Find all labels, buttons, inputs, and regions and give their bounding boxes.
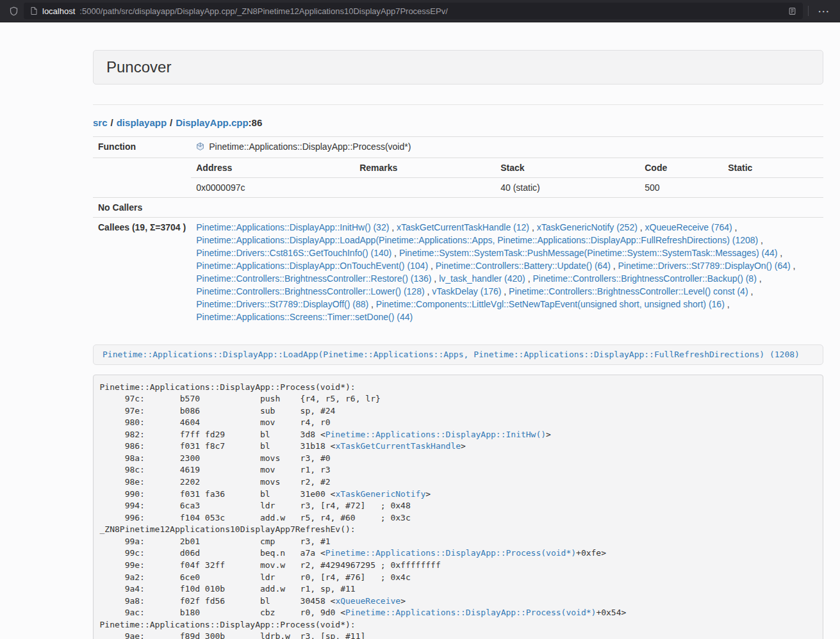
url-path: :5000/path/src/displayapp/DisplayApp.cpp… <box>79 6 784 16</box>
code-symbol-link[interactable]: xTaskGenericNotify <box>335 489 425 499</box>
metrics-values-row: 0x0000097c 40 (static) 500 <box>191 178 823 198</box>
url-host: localhost <box>42 6 75 16</box>
selected-symbol-panel: Pinetime::Applications::DisplayApp::Load… <box>93 344 823 365</box>
divider <box>93 104 823 105</box>
callee-link[interactable]: lv_task_handler (420) <box>439 273 525 284</box>
url-bar[interactable]: localhost:5000/path/src/displayapp/Displ… <box>24 3 803 19</box>
breadcrumb-link-displayapp[interactable]: displayapp <box>117 117 167 128</box>
breadcrumb: src/displayapp/DisplayApp.cpp:86 <box>93 117 823 129</box>
breadcrumb-separator: / <box>170 117 172 128</box>
function-row-label: Function <box>93 137 191 158</box>
callee-link[interactable]: Pinetime::Components::LittleVgl::SetNewT… <box>376 299 725 309</box>
value-stack: 40 (static) <box>495 178 639 198</box>
callee-link[interactable]: Pinetime::Controllers::Battery::Update()… <box>436 261 611 271</box>
callee-link[interactable]: Pinetime::Drivers::St7789::DisplayOff() … <box>196 299 368 309</box>
callee-link[interactable]: Pinetime::Controllers::BrightnessControl… <box>532 273 756 284</box>
page-info-icon[interactable] <box>30 6 38 15</box>
code-symbol-link[interactable]: xQueueReceive <box>335 596 400 606</box>
col-header-remarks: Remarks <box>354 158 495 178</box>
callee-link[interactable]: Pinetime::System::SystemTask::PushMessag… <box>399 248 778 258</box>
metrics-row: Address Remarks Stack Code Static 0x0000… <box>93 158 823 198</box>
browser-toolbar: localhost:5000/path/src/displayapp/Displ… <box>0 0 840 22</box>
callee-link[interactable]: Pinetime::Applications::DisplayApp::OnTo… <box>196 261 428 271</box>
value-remarks <box>354 178 495 198</box>
callee-link[interactable]: Pinetime::Applications::DisplayApp::Init… <box>196 222 389 232</box>
no-callers-row: No Callers <box>93 198 823 218</box>
callee-link[interactable]: Pinetime::Applications::DisplayApp::Load… <box>196 235 758 245</box>
no-callers-cell <box>191 198 823 218</box>
page-title: Puncover <box>106 59 810 76</box>
function-row: Function Pinetime::Applications::Display… <box>93 137 823 158</box>
disassembly-pre: Pinetime::Applications::DisplayApp::Proc… <box>93 375 823 639</box>
metrics-table: Address Remarks Stack Code Static 0x0000… <box>191 158 823 197</box>
callee-link[interactable]: Pinetime::Controllers::BrightnessControl… <box>196 286 424 296</box>
selected-symbol-link[interactable]: Pinetime::Applications::DisplayApp::Load… <box>103 350 800 359</box>
breadcrumb-link-file[interactable]: DisplayApp.cpp <box>176 117 248 128</box>
callee-link[interactable]: Pinetime::Drivers::St7789::DisplayOn() (… <box>618 261 791 271</box>
page-container: Puncover src/displayapp/DisplayApp.cpp:8… <box>93 22 823 639</box>
code-symbol-link[interactable]: Pinetime::Applications::DisplayApp::Proc… <box>345 608 596 617</box>
value-address: 0x0000097c <box>191 178 354 198</box>
col-header-static: Static <box>723 158 823 178</box>
value-code: 500 <box>639 178 723 198</box>
metrics-header-row: Address Remarks Stack Code Static <box>191 158 823 178</box>
code-symbol-link[interactable]: xTaskGetCurrentTaskHandle <box>335 441 461 451</box>
metrics-row-label <box>93 158 191 198</box>
breadcrumb-line-number: :86 <box>249 117 263 128</box>
shield-icon[interactable] <box>9 6 19 17</box>
callees-list: Pinetime::Applications::DisplayApp::Init… <box>191 218 823 327</box>
function-table: Function Pinetime::Applications::Display… <box>93 136 823 327</box>
callees-label: Callees (19, Σ=3704 ) <box>93 218 191 327</box>
value-static <box>723 178 823 198</box>
code-symbol-link[interactable]: Pinetime::Applications::DisplayApp::Proc… <box>325 548 576 558</box>
callee-link[interactable]: Pinetime::Applications::Screens::Timer::… <box>196 312 413 322</box>
callee-link[interactable]: Pinetime::Controllers::BrightnessControl… <box>509 286 748 296</box>
callees-row: Callees (19, Σ=3704 ) Pinetime::Applicat… <box>93 218 823 327</box>
function-icon <box>196 142 204 151</box>
overflow-menu-button[interactable]: ⋯ <box>814 5 834 17</box>
col-header-stack: Stack <box>495 158 639 178</box>
breadcrumb-link-src[interactable]: src <box>93 117 108 128</box>
function-signature: Pinetime::Applications::DisplayApp::Proc… <box>209 140 411 153</box>
callee-link[interactable]: xTaskGetCurrentTaskHandle (12) <box>397 222 529 232</box>
no-callers-label: No Callers <box>93 198 191 218</box>
reader-mode-icon[interactable] <box>788 7 796 15</box>
col-header-address: Address <box>191 158 354 178</box>
callee-link[interactable]: vTaskDelay (176) <box>432 286 501 296</box>
breadcrumb-separator: / <box>111 117 113 128</box>
callee-link[interactable]: xTaskGenericNotify (252) <box>537 222 638 232</box>
toolbar-separator <box>808 6 809 16</box>
callee-link[interactable]: xQueueReceive (764) <box>645 222 732 232</box>
callee-link[interactable]: Pinetime::Drivers::Cst816S::GetTouchInfo… <box>196 248 391 258</box>
callee-link[interactable]: Pinetime::Controllers::BrightnessControl… <box>196 273 431 284</box>
code-symbol-link[interactable]: Pinetime::Applications::DisplayApp::Init… <box>325 430 546 439</box>
app-header-panel: Puncover <box>93 50 823 85</box>
col-header-code: Code <box>639 158 723 178</box>
